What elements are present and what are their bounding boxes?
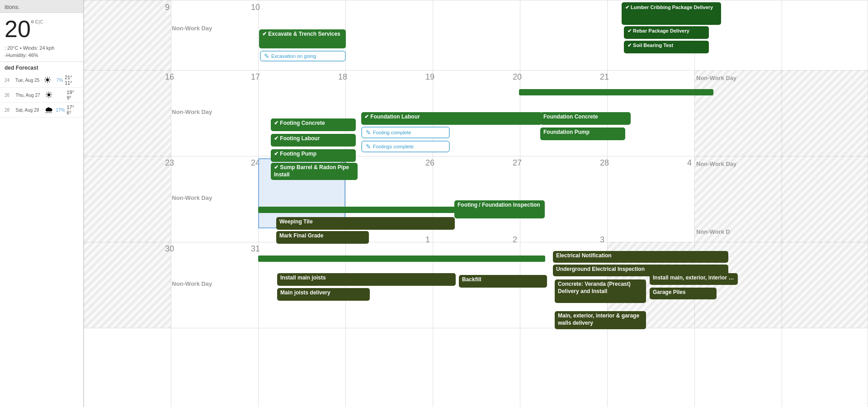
forecast-item-1: 26 Thu, Aug 27 ☀ 19° 9° — [0, 88, 83, 103]
task-footing-concrete[interactable]: ✔ Footing Concrete — [271, 118, 356, 131]
date-17: 17 — [251, 72, 260, 82]
nonwork-label-6: Non-Work Day — [696, 161, 736, 167]
sidebar-header: itions. — [0, 0, 83, 13]
forecast-list: 24 Tue, Aug 25 ☀ 7% 21° 11° 26 Thu, Aug … — [0, 73, 83, 118]
date-28: 28 — [600, 158, 609, 168]
task-lumber-cribbing[interactable]: ✔ Lumber Cribbing Package Delivery — [622, 2, 721, 25]
date-10: 10 — [251, 3, 260, 12]
excavation-label: Excavation on going — [271, 53, 316, 59]
calendar: Non-Work Day Non-Work Day Non-Work Day N… — [84, 0, 868, 407]
date-23: 23 — [165, 158, 174, 168]
task-footing-pump[interactable]: ✔ Footing Pump — [271, 149, 356, 162]
nonwork-col-left-row3 — [84, 156, 171, 242]
forecast-percent: 17% — [55, 108, 65, 113]
forecast-weather-icon: ☀ — [42, 75, 53, 85]
forecast-temps: 17° 6° — [66, 104, 79, 115]
edit-icon: ✎ — [264, 52, 269, 60]
task-garage-piles[interactable]: Garage Piles — [650, 288, 717, 299]
date-1: 1 — [425, 235, 430, 245]
task-excavate-trench[interactable]: ✔ Excavate & Trench Services — [259, 29, 346, 48]
nonwork-label-1: Non-Work Day — [172, 25, 212, 32]
date-18: 18 — [338, 72, 347, 82]
humidity-info: -Humidity: 46% — [0, 52, 83, 60]
forecast-title: ded Forecast — [0, 62, 83, 73]
calendar-grid: Non-Work Day Non-Work Day Non-Work Day N… — [84, 0, 868, 407]
forecast-temps: 21° 11° — [65, 75, 79, 85]
nonwork-col-left-row4 — [84, 242, 171, 328]
edit-icon-footings: ✎ — [366, 143, 371, 150]
date-31: 31 — [251, 244, 260, 254]
nonwork-label-3: Non-Work Day — [172, 194, 212, 201]
task-joists-delivery[interactable]: Main joists delivery — [277, 288, 370, 301]
task-footings-complete[interactable]: ✎ Footings complete. — [361, 141, 450, 152]
date-20: 20 — [513, 72, 522, 82]
task-foundation-pump[interactable]: Foundation Pump — [540, 128, 625, 140]
date-2: 2 — [513, 235, 517, 245]
forecast-date: Tue, Aug 25 — [15, 78, 42, 83]
task-mark-final-grade[interactable]: Mark Final Grade — [276, 231, 369, 244]
forecast-temps: 19° 9° — [66, 90, 79, 100]
forecast-weather-icon: 🌧 — [43, 105, 55, 115]
nonwork-label-5: Non-Work Day — [696, 75, 736, 81]
footing-complete-label: Footing complete — [373, 130, 411, 135]
nonwork-col-left-row1 — [84, 0, 171, 70]
date-19: 19 — [425, 72, 434, 82]
wind-info: : 20°C • Winds: 24 kph — [0, 45, 83, 52]
date-4: 4 — [687, 158, 692, 168]
temperature-value: 20 — [5, 15, 31, 43]
col-line-4 — [433, 0, 433, 407]
task-footing-inspection[interactable]: Footing / Foundation Inspection — [454, 200, 545, 218]
task-soil-bearing[interactable]: ✔ Soil Bearing Test — [624, 41, 709, 53]
sidebar: itions. 20 ° E|C : 20°C • Winds: 24 kph … — [0, 0, 84, 407]
nonwork-col-right-row2 — [694, 70, 868, 156]
col-line-6 — [607, 0, 608, 407]
task-install-joists[interactable]: Install main joists — [277, 273, 456, 286]
date-21: 21 — [600, 72, 609, 82]
date-27: 27 — [513, 158, 522, 168]
task-electrical-notification[interactable]: Electrical Notification — [553, 251, 728, 263]
footings-complete-label: Footings complete. — [373, 144, 415, 149]
forecast-item-2: 28 Sat, Aug 29 🌧 17% 17° 6° — [0, 103, 83, 118]
nonwork-label-2: Non-Work Day — [172, 109, 212, 115]
forecast-item-0: 24 Tue, Aug 25 ☀ 7% 21° 11° — [0, 73, 83, 88]
task-foundation-labour[interactable]: ✔ Foundation Labour — [361, 112, 542, 125]
forecast-day: 26 — [5, 93, 16, 98]
col-line-1 — [171, 0, 171, 407]
edit-icon-footing: ✎ — [366, 129, 371, 136]
date-30: 30 — [165, 244, 174, 254]
temperature-ec: E|C — [35, 19, 43, 24]
task-backfill[interactable]: Backfill — [459, 275, 547, 288]
nonwork-col-left-row2 — [84, 70, 171, 156]
task-install-main-exterior[interactable]: Install main, exterior, interior and gar… — [650, 273, 738, 285]
long-bar-foundation — [519, 89, 713, 95]
forecast-percent: 7% — [53, 78, 63, 83]
task-weeping-tile[interactable]: Weeping Tile — [276, 217, 455, 230]
temperature-unit: ° — [31, 19, 34, 29]
date-3: 3 — [600, 235, 604, 245]
task-footing-complete[interactable]: ✎ Footing complete — [361, 127, 450, 138]
nonwork-label-7: Non-Work D — [696, 228, 730, 235]
forecast-day: 24 — [5, 78, 15, 83]
long-bar-joists — [258, 256, 545, 262]
row-line-0 — [84, 0, 868, 0]
conditions-label: itions. — [5, 4, 20, 10]
nonwork-label-4: Non-Work Day — [172, 280, 212, 287]
task-concrete-veranda[interactable]: Concrete: Veranda (Precast) Delivery and… — [555, 279, 646, 303]
task-sump-barrel[interactable]: ✔ Sump Barrel & Radon Pipe Install — [271, 163, 358, 180]
temperature-display: 20 ° E|C — [0, 13, 83, 45]
col-line-3 — [345, 0, 346, 407]
row-line-4 — [84, 328, 868, 328]
task-foundation-concrete[interactable]: Foundation Concrete — [540, 112, 631, 125]
task-rebar-package[interactable]: ✔ Rebar Package Delivery — [624, 26, 709, 39]
forecast-weather-icon: ☀ — [43, 90, 55, 100]
task-excavation-ongoing[interactable]: ✎ Excavation on going — [260, 51, 346, 62]
date-16: 16 — [165, 72, 174, 82]
date-9: 9 — [165, 3, 170, 12]
forecast-day: 28 — [5, 108, 16, 113]
task-main-exterior-delivery[interactable]: Main, exterior, interior & garage walls … — [555, 311, 646, 329]
date-26: 26 — [425, 158, 434, 168]
forecast-date: Thu, Aug 27 — [16, 93, 43, 98]
task-footing-labour[interactable]: ✔ Footing Labour — [271, 134, 356, 147]
forecast-date: Sat, Aug 29 — [16, 108, 43, 113]
